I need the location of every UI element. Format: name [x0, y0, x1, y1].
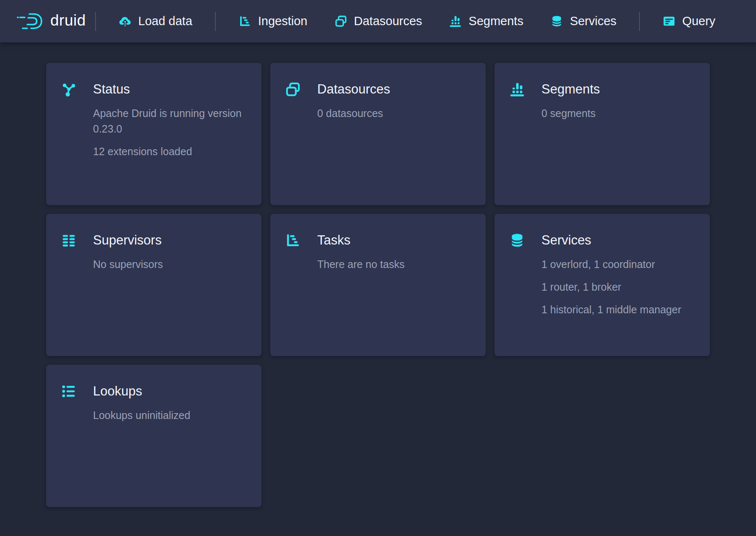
nav-item-services[interactable]: Services [537, 8, 630, 34]
card-title: Datasources [317, 81, 390, 97]
nav-item-label: Datasources [354, 14, 422, 28]
brand-home-link[interactable]: druid [17, 12, 86, 31]
gantt-chart-icon [238, 15, 251, 28]
card-title: Supervisors [93, 232, 162, 248]
nav-items: Load data Ingestion Datasources Segments [105, 8, 729, 34]
card-line: No supervisors [93, 257, 247, 272]
multi-select-icon [334, 15, 347, 28]
status-cards-grid: Status Apache Druid is running version 0… [46, 63, 710, 507]
database-icon [550, 15, 563, 28]
card-segments[interactable]: Segments 0 segments [495, 63, 710, 205]
properties-list-icon [61, 383, 77, 399]
nav-divider [215, 12, 216, 31]
card-line: 1 router, 1 broker [541, 279, 695, 295]
nav-item-label: Ingestion [258, 14, 308, 28]
segments-bar-chart-icon [449, 15, 462, 28]
card-title: Lookups [93, 383, 142, 399]
card-line: Apache Druid is running version 0.23.0 [93, 106, 247, 137]
card-line: 12 extensions loaded [93, 144, 247, 159]
card-status[interactable]: Status Apache Druid is running version 0… [46, 63, 261, 205]
nav-item-datasources[interactable]: Datasources [321, 8, 436, 34]
home-view: Status Apache Druid is running version 0… [0, 42, 756, 507]
gantt-chart-icon [285, 232, 301, 248]
card-line: 0 datasources [317, 106, 471, 121]
database-icon [509, 232, 525, 248]
card-datasources[interactable]: Datasources 0 datasources [270, 63, 486, 205]
segments-bar-chart-icon [509, 81, 525, 97]
card-supervisors[interactable]: Supervisors No supervisors [46, 214, 261, 356]
card-line: Lookups uninitialized [93, 408, 247, 423]
druid-logo-icon [17, 12, 44, 31]
top-navigation-bar: druid Load data Ingestion Datasources [0, 0, 756, 42]
nav-item-label: Services [570, 14, 616, 28]
card-title: Tasks [317, 232, 350, 248]
nav-item-ingestion[interactable]: Ingestion [225, 8, 321, 34]
card-line: 1 historical, 1 middle manager [541, 302, 695, 317]
card-lookups[interactable]: Lookups Lookups uninitialized [46, 365, 261, 507]
nav-item-label: Segments [469, 14, 523, 28]
card-title: Segments [541, 81, 600, 97]
multi-select-icon [285, 81, 301, 97]
nav-item-segments[interactable]: Segments [435, 8, 537, 34]
brand-wordmark: druid [50, 13, 86, 30]
nav-divider [639, 12, 640, 31]
cloud-upload-icon [119, 15, 132, 28]
nav-divider [95, 12, 96, 31]
graph-icon [61, 81, 77, 97]
card-title: Services [541, 232, 591, 248]
nav-item-label: Query [682, 14, 715, 28]
card-tasks[interactable]: Tasks There are no tasks [270, 214, 486, 356]
card-line: 0 segments [541, 106, 695, 121]
card-line: There are no tasks [317, 257, 471, 272]
nav-item-load-data[interactable]: Load data [105, 8, 206, 34]
nav-item-query[interactable]: Query [649, 8, 729, 34]
card-services[interactable]: Services 1 overlord, 1 coordinator 1 rou… [495, 214, 710, 356]
console-icon [663, 15, 676, 28]
card-line: 1 overlord, 1 coordinator [541, 257, 695, 272]
list-columns-icon [61, 232, 77, 248]
nav-item-label: Load data [138, 14, 192, 28]
card-title: Status [93, 81, 130, 97]
